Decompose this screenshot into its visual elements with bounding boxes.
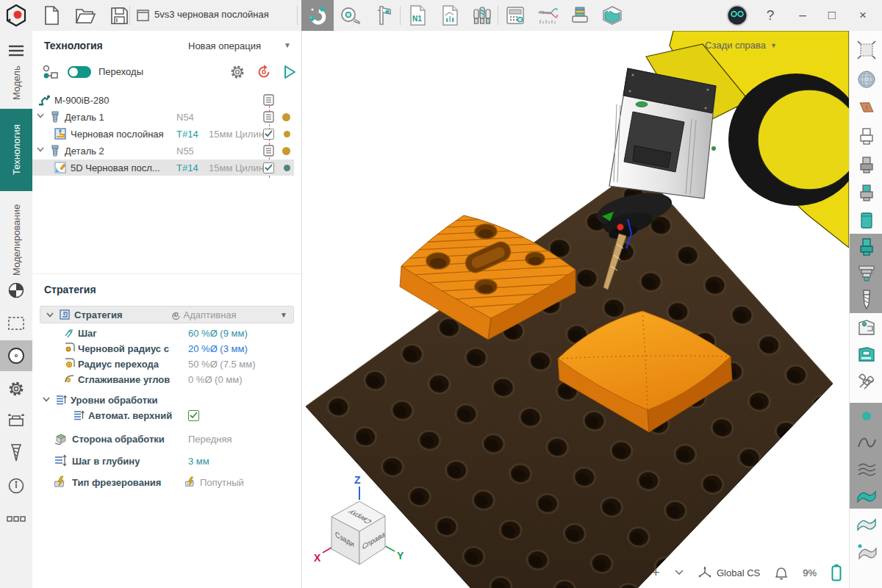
notes-icon[interactable] <box>263 145 274 157</box>
param-value[interactable]: 0 %Ø (0 мм) <box>188 374 243 385</box>
side-value[interactable]: Передняя <box>188 434 232 445</box>
more-panels-button[interactable] <box>0 503 32 534</box>
layers-stack-button[interactable] <box>564 0 596 31</box>
tree-row-op2-selected[interactable]: 5D Черновая посл... T#14 15мм Цилинд <box>32 159 294 176</box>
machine-outline-button[interactable] <box>850 315 882 341</box>
param-value[interactable]: 20 %Ø (3 мм) <box>188 343 248 354</box>
calculator-button[interactable] <box>499 0 531 31</box>
depth-step-value[interactable]: 3 мм <box>188 456 209 467</box>
run-simulation-button[interactable] <box>282 65 297 79</box>
levels-chevron-icon[interactable] <box>43 397 50 402</box>
levels-group-row[interactable]: Уровни обработки <box>32 392 301 408</box>
param-value[interactable]: 50 %Ø (7.5 мм) <box>188 359 256 370</box>
op2-checkbox[interactable] <box>263 162 274 173</box>
operation-settings-button[interactable] <box>229 64 245 80</box>
viewport-3d[interactable]: Сверху Сзади Справа Z X Y Сзади справа ▼… <box>302 31 849 588</box>
notifications-button[interactable] <box>775 565 788 580</box>
gauge-button[interactable] <box>0 470 32 501</box>
new-operation-chevron-icon[interactable]: ▼ <box>284 41 291 49</box>
app-logo[interactable] <box>4 4 28 27</box>
machine-teal-button[interactable] <box>850 341 882 368</box>
workpiece-button[interactable] <box>0 405 32 436</box>
levels-auto-row[interactable]: Автомат. верхний <box>32 407 301 423</box>
tool-button[interactable] <box>0 437 32 468</box>
param-value[interactable]: 60 %Ø (9 мм) <box>188 328 248 339</box>
strategy-group-header[interactable]: Стратегия Адаптивная ▼ <box>40 306 294 323</box>
tree-row-op1[interactable]: Черновая послойная T#14 15мм Цилинд <box>32 126 301 142</box>
cs-list-chevron[interactable] <box>675 570 684 576</box>
group-chevron-icon[interactable] <box>46 312 54 318</box>
depth-step-row[interactable]: Шаг в глубину 3 мм <box>32 453 301 469</box>
minimize-button[interactable]: – <box>789 0 816 31</box>
maximize-button[interactable]: □ <box>819 0 845 31</box>
param-row-step[interactable]: Шаг 60 %Ø (9 мм) <box>32 325 301 341</box>
waves-outline-button[interactable] <box>850 456 882 482</box>
tab-technology[interactable]: Технология <box>0 109 32 191</box>
curve-single-button[interactable] <box>850 429 882 456</box>
holder-outline-button[interactable] <box>850 123 882 150</box>
recalculate-button[interactable] <box>256 64 272 80</box>
holder-teal-gray-button[interactable] <box>850 180 882 207</box>
coordinate-system-selector[interactable]: Global CS <box>698 566 760 579</box>
cylinder-teal-button[interactable] <box>850 207 882 234</box>
view-orientation-dropdown[interactable]: Сзади справа ▼ <box>705 40 777 51</box>
op1-checkbox[interactable] <box>263 129 274 140</box>
strategy-dropdown-chevron[interactable]: ▼ <box>280 311 287 319</box>
holder-gray-button[interactable] <box>850 152 882 179</box>
selection-frame-button[interactable] <box>0 308 32 339</box>
wave-flag-point-button[interactable] <box>850 538 882 564</box>
part-icon <box>50 111 60 123</box>
sphere-button[interactable] <box>850 66 882 93</box>
tree-row-machine[interactable]: M-900iB-280 <box>32 92 301 108</box>
tree-row-part2[interactable]: Деталь 2 N55 <box>32 143 301 159</box>
new-operation-dropdown[interactable]: Новая операция <box>188 40 261 51</box>
param-row-rough-radius[interactable]: Черновой радиус с 20 %Ø (3 мм) <box>32 340 301 356</box>
mill-type-row[interactable]: Тип фрезерования Попутный <box>32 474 301 490</box>
graphs-button[interactable] <box>531 0 564 31</box>
compass-button[interactable] <box>0 340 32 371</box>
document-tab[interactable]: 5vs3 черновая послойная <box>154 9 269 20</box>
auto-top-checkbox[interactable] <box>188 410 199 421</box>
tools-library-button[interactable] <box>466 0 498 31</box>
holder-teal-button[interactable] <box>850 234 882 260</box>
help-button[interactable]: ? <box>757 0 784 31</box>
settings-button[interactable] <box>0 373 32 404</box>
param-row-transition-radius[interactable]: Радиус перехода 50 %Ø (7.5 мм) <box>32 356 301 372</box>
transitions-toggle[interactable] <box>68 66 91 78</box>
collapse-chevron-icon[interactable] <box>37 113 44 118</box>
close-button[interactable]: × <box>850 0 876 31</box>
wave-flag-outline-button[interactable] <box>850 510 882 537</box>
notes-icon[interactable] <box>263 94 274 106</box>
magnet-snap-button[interactable] <box>301 0 334 31</box>
tab-simulation[interactable]: Моделирование <box>0 194 32 285</box>
structure-icon[interactable] <box>43 65 59 79</box>
new-file-button[interactable] <box>35 0 68 31</box>
save-button[interactable] <box>103 0 135 31</box>
cone-stepped-button[interactable] <box>850 260 882 287</box>
face-surface-button[interactable] <box>850 94 882 121</box>
assistant-button[interactable] <box>726 4 748 26</box>
drill-bit-button[interactable] <box>850 287 882 313</box>
tab-model[interactable]: Модель <box>0 60 32 106</box>
nc-program-button[interactable]: N1 <box>401 0 434 31</box>
selection-frame-arrows-button[interactable] <box>850 37 882 63</box>
notes-icon[interactable] <box>263 111 274 123</box>
datum-button[interactable] <box>0 275 32 306</box>
hatch-lines-button[interactable] <box>850 368 882 394</box>
caliper-button[interactable] <box>368 0 400 31</box>
wave-flag-teal-button[interactable] <box>850 482 882 509</box>
mill-type-value[interactable]: Попутный <box>200 477 244 488</box>
point-teal-button[interactable] <box>850 403 882 429</box>
tree-row-part1[interactable]: Деталь 1 N54 <box>32 109 301 125</box>
simulation-button[interactable] <box>596 0 628 31</box>
add-cs-button[interactable]: + <box>652 564 660 581</box>
part2-code: N55 <box>176 146 194 157</box>
3d-scene[interactable]: Сверху Сзади Справа Z X Y <box>302 31 849 588</box>
param-row-smoothing[interactable]: Сглаживание углов 0 %Ø (0 мм) <box>32 371 301 387</box>
open-file-button[interactable] <box>69 0 101 31</box>
axis-label-x: X <box>314 552 321 564</box>
collapse-chevron-icon[interactable] <box>37 147 44 152</box>
side-row[interactable]: Сторона обработки Передняя <box>32 431 301 447</box>
measure-tape-button[interactable] <box>334 0 367 31</box>
report-button[interactable] <box>434 0 466 31</box>
